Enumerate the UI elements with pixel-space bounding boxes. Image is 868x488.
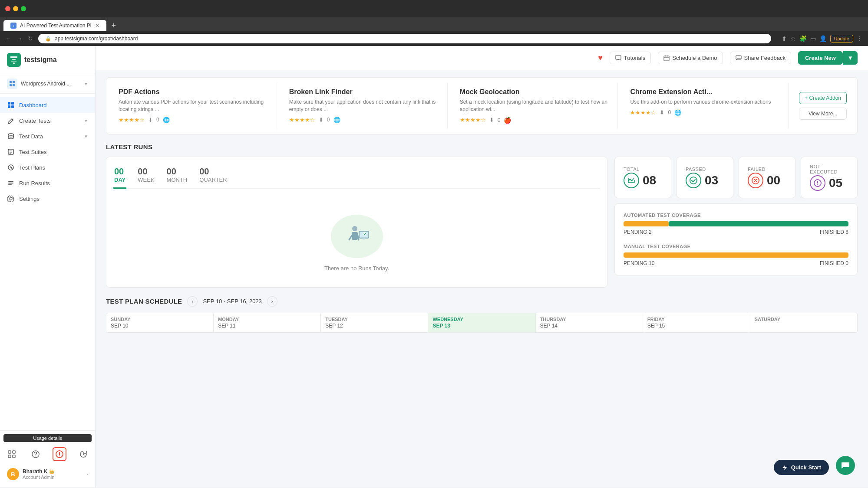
- heart-btn[interactable]: ♥: [598, 53, 603, 62]
- automated-finished-label: FINISHED 8: [820, 229, 848, 235]
- quick-start-btn[interactable]: Quick Start: [774, 460, 829, 475]
- schedule-next-btn[interactable]: ›: [267, 296, 277, 307]
- chat-btn[interactable]: [836, 456, 855, 475]
- user-avatar: B: [7, 468, 19, 480]
- create-new-label: Create New: [805, 55, 836, 61]
- app-layout: testsigma Wordpress Android ... ▼ Dashbo…: [0, 46, 868, 487]
- workspace-selector[interactable]: Wordpress Android ... ▼: [0, 74, 95, 94]
- browser-tab-bar: T AI Powered Test Automation Pl ✕ +: [0, 17, 868, 31]
- stat-passed: PASSED 03: [677, 157, 733, 198]
- week-value: 00: [138, 167, 154, 177]
- runs-tab-week[interactable]: 00 WEEK: [137, 164, 155, 189]
- sidebar-item-create-tests[interactable]: Create Tests ▼: [0, 113, 95, 128]
- sidebar-item-test-data[interactable]: Test Data ▼: [0, 128, 95, 144]
- runs-tabs: 00 DAY 00 WEEK 00 MONTH: [113, 164, 600, 189]
- browser-menu-btn[interactable]: ⋮: [857, 35, 863, 43]
- address-bar-input[interactable]: 🔒 app.testsigma.com/groot/dashboard: [38, 34, 771, 43]
- workspace-chevron-icon: ▼: [84, 82, 88, 86]
- svg-rect-16: [13, 451, 15, 453]
- schedule-col-friday: FRIDAY SEP 15: [643, 313, 750, 332]
- stat-not-executed: NOT EXECUTED 05: [801, 157, 858, 198]
- failed-icon: [748, 173, 763, 188]
- url-text: app.testsigma.com/groot/dashboard: [55, 36, 138, 42]
- failed-value: 00: [767, 174, 780, 187]
- addon-card-broken-link[interactable]: Broken Link Finder Make sure that your a…: [284, 83, 448, 129]
- sidebar-help-icon[interactable]: [29, 447, 43, 461]
- sidebar-item-test-plans[interactable]: Test Plans: [0, 160, 95, 175]
- create-tests-chevron-icon: ▼: [84, 118, 88, 123]
- reading-mode-btn[interactable]: ▭: [810, 35, 816, 43]
- addon-title: Mock Geolocation: [460, 88, 613, 96]
- automated-coverage-block: AUTOMATED TEST COVERAGE PENDING 2: [624, 213, 848, 235]
- svg-point-10: [8, 134, 13, 135]
- tutorials-btn[interactable]: Tutorials: [610, 52, 651, 64]
- window-controls: [5, 6, 26, 11]
- create-new-btn[interactable]: Create New: [798, 51, 843, 65]
- share-feedback-btn[interactable]: Share Feedback: [730, 52, 791, 64]
- view-more-btn[interactable]: View More...: [799, 108, 847, 120]
- browser-refresh-btn[interactable]: ↻: [28, 35, 33, 42]
- svg-rect-9: [11, 105, 14, 108]
- runs-tab-day[interactable]: 00 DAY: [113, 164, 126, 189]
- sidebar-logo: testsigma: [0, 46, 95, 74]
- sidebar-item-label: Test Plans: [19, 164, 45, 171]
- browser-forward-btn[interactable]: →: [17, 35, 23, 42]
- browser-tab-active[interactable]: T AI Powered Test Automation Pl ✕: [3, 20, 106, 31]
- sidebar-bottom-icons: [0, 444, 95, 465]
- svg-rect-14: [8, 184, 12, 185]
- user-details: Bharath K 👑 Account Admin: [23, 468, 83, 480]
- schedule-demo-btn[interactable]: Schedule a Demo: [658, 52, 723, 64]
- extensions-btn[interactable]: 🧩: [799, 35, 807, 43]
- lightning-icon: [782, 465, 788, 471]
- manual-coverage-block: MANUAL TEST COVERAGE PENDING 10 FINISHED…: [624, 244, 848, 266]
- stats-row: TOTAL 08: [614, 157, 858, 198]
- svg-rect-2: [10, 81, 12, 83]
- usage-tooltip: Usage details: [3, 434, 92, 442]
- sunday-num: SEP 10: [111, 323, 209, 329]
- latest-runs-section: LATEST RUNS 00 DAY 00 WEEK: [106, 143, 858, 288]
- addon-globe-icon: 🌐: [674, 109, 681, 116]
- addon-card-pdf[interactable]: PDF Actions Automate various PDF actions…: [113, 83, 277, 129]
- svg-rect-3: [13, 81, 15, 83]
- bookmark-btn[interactable]: ☆: [790, 35, 796, 43]
- sidebar-usage-icon[interactable]: [53, 447, 66, 461]
- total-label: TOTAL: [624, 167, 656, 172]
- runs-tab-quarter[interactable]: 00 QUARTER: [198, 164, 228, 189]
- browser-update-btn[interactable]: Update: [830, 35, 853, 43]
- schedule-col-monday: MONDAY SEP 11: [214, 313, 320, 332]
- sidebar-item-label: Settings: [19, 196, 40, 202]
- addon-card-geolocation[interactable]: Mock Geolocation Set a mock location (us…: [455, 83, 618, 129]
- profile-btn[interactable]: 👤: [819, 35, 827, 43]
- addon-stars-row: ★★★★☆ ⬇ 0 🍎: [460, 117, 613, 124]
- schedule-col-tuesday: TUESDAY SEP 12: [321, 313, 428, 332]
- tab-close-btn[interactable]: ✕: [95, 23, 99, 29]
- sidebar-grid-icon[interactable]: [5, 447, 19, 461]
- schedule-title: TEST PLAN SCHEDULE: [106, 298, 182, 305]
- user-profile[interactable]: B Bharath K 👑 Account Admin ›: [0, 465, 95, 484]
- create-addon-btn[interactable]: + Create Addon: [799, 92, 847, 104]
- thursday-num: SEP 14: [540, 323, 638, 329]
- day-value: 00: [114, 167, 125, 177]
- svg-rect-6: [8, 102, 10, 105]
- create-new-dropdown-btn[interactable]: ▼: [843, 51, 858, 65]
- close-window-btn[interactable]: [5, 6, 10, 11]
- sidebar-history-icon[interactable]: [76, 447, 90, 461]
- share-page-btn[interactable]: ⬆: [782, 35, 787, 43]
- test-data-chevron-icon: ▼: [84, 134, 88, 139]
- day-label: DAY: [114, 177, 125, 183]
- latest-runs-container: 00 DAY 00 WEEK 00 MONTH: [106, 157, 858, 288]
- browser-back-btn[interactable]: ←: [5, 35, 11, 42]
- testsigma-logo-icon: [7, 53, 21, 67]
- sidebar-item-dashboard[interactable]: Dashboard: [0, 97, 95, 113]
- addon-card-chrome-ext[interactable]: Chrome Extension Acti... Use this add-on…: [625, 83, 789, 129]
- sidebar-item-settings[interactable]: Settings: [0, 191, 95, 206]
- sidebar-item-run-results[interactable]: Run Results: [0, 175, 95, 191]
- runs-empty-state: There are no Runs Today.: [113, 197, 600, 280]
- runs-tab-month[interactable]: 00 MONTH: [166, 164, 188, 189]
- workspace-name: Wordpress Android ...: [21, 81, 80, 87]
- sidebar-item-test-suites[interactable]: Test Suites: [0, 144, 95, 160]
- new-tab-btn[interactable]: +: [108, 20, 120, 31]
- maximize-window-btn[interactable]: [21, 6, 26, 11]
- schedule-prev-btn[interactable]: ‹: [187, 296, 198, 307]
- minimize-window-btn[interactable]: [13, 6, 18, 11]
